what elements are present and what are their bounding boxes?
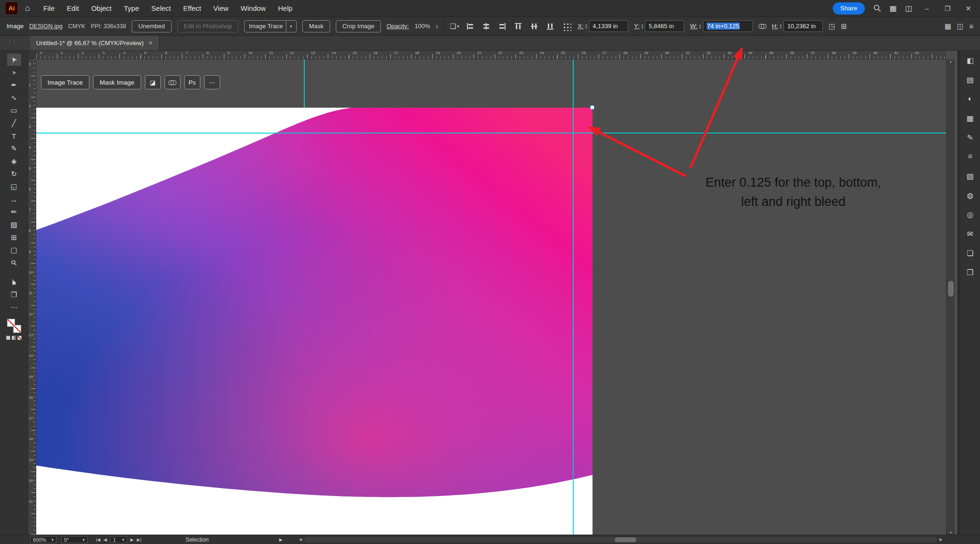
opacity-value[interactable]: 100% [415,23,430,30]
snap-options-icon[interactable]: ⊞ [841,22,847,31]
properties-panel-icon[interactable]: ◧ [963,55,977,66]
horizontal-scroll-thumb[interactable] [615,537,636,542]
edit-in-photoshop-button[interactable]: Edit In Photoshop [177,20,239,32]
workspace-switcher-icon[interactable]: ▦ [890,4,897,13]
scale-tool[interactable]: ◱ [7,181,21,193]
align-vertical-bottom-icon[interactable] [546,22,554,31]
artboard[interactable] [36,108,593,535]
pasteboard[interactable]: Image Trace Mask Image ◪ Ps ⋯ Enter 0.12… [36,59,946,535]
menu-type[interactable]: Type [124,4,139,12]
h-label[interactable]: H: [772,23,778,30]
transparency-panel-icon[interactable]: ◍ [963,189,977,201]
eraser-tool[interactable]: ◈ [7,155,21,167]
align-horizontal-center-icon[interactable] [482,23,490,30]
arrange-documents-icon[interactable]: ◫ [905,4,912,13]
line-segment-tool[interactable]: ╱ [7,117,21,129]
menu-effect[interactable]: Effect [183,4,201,12]
zoom-select[interactable]: 600% ▾ [30,536,56,543]
trace-preset-icon[interactable]: ◪ [145,75,161,89]
vertical-ruler[interactable]: 0123456789101112131415161718192021 [28,59,36,535]
color-panel-icon[interactable]: ◐ [963,93,977,104]
artboards-panel-icon[interactable]: ❐ [963,267,977,278]
none-button[interactable] [17,336,22,340]
workspace-grid-icon[interactable]: ▦ [945,22,951,31]
w-label[interactable]: W: [690,23,697,30]
chevron-down-icon[interactable]: ▾ [290,24,292,29]
x-field[interactable]: 4,1339 in [589,20,628,32]
restore-button[interactable]: ❐ [941,5,954,12]
close-button[interactable]: ✕ [962,5,974,12]
w-stepper[interactable]: ▴▾ [699,24,701,29]
direct-selection-tool[interactable]: ➤ [7,66,21,79]
align-horizontal-left-icon[interactable] [466,23,474,30]
edit-toolbar-ellipsis[interactable]: ⋯ [7,301,21,314]
paintbrush-tool[interactable]: ✎ [7,142,21,155]
photoshop-icon[interactable]: Ps [184,75,200,89]
x-label[interactable]: X: [578,23,584,30]
opacity-chevron-icon[interactable]: › [436,23,438,30]
menu-view[interactable]: View [213,4,229,12]
horizontal-scroll-track[interactable] [304,537,937,543]
mask-button[interactable]: Mask [302,20,330,32]
rectangle-tool[interactable]: ▭ [7,104,21,117]
menu-edit[interactable]: Edit [67,4,79,12]
document-layout-icon[interactable]: ◫ [957,22,964,31]
mesh-tool[interactable]: ⊞ [7,231,21,244]
next-artboard-button[interactable]: ▶ [130,537,134,542]
y-field[interactable]: 5,8465 in [645,20,684,32]
x-stepper[interactable]: ▴▾ [585,24,587,29]
pen-tool[interactable]: ✒ [7,79,21,91]
align-vertical-center-icon[interactable] [530,22,538,31]
scroll-left-icon[interactable]: ◀ [299,537,302,542]
last-artboard-button[interactable]: ▶| [137,537,141,542]
vertical-scroll-track[interactable] [947,63,955,530]
width-tool[interactable]: ↔ [7,193,21,205]
y-stepper[interactable]: ▴▾ [641,24,643,29]
link-icon[interactable] [165,75,181,89]
hand-tool[interactable]: ☛ [7,276,21,288]
menu-window[interactable]: Window [241,4,266,12]
libraries-panel-icon[interactable]: ▤ [963,74,977,85]
first-artboard-button[interactable]: |◀ [96,537,100,542]
arrange-icon[interactable]: ❏▾ [450,22,459,31]
guide-horizontal[interactable] [36,133,946,134]
gradient-panel-icon[interactable]: ▨ [963,170,977,181]
filename-link[interactable]: DESIGN.jpg [29,23,63,30]
artboard-number-select[interactable]: 1 ▾ [110,536,127,543]
y-label[interactable]: Y: [634,23,640,30]
layers-panel-icon[interactable]: ❏ [963,247,977,259]
horizontal-scrollbar[interactable]: ◀ ▶ [299,536,942,543]
swatches-panel-icon[interactable]: ▦ [963,112,977,124]
menu-object[interactable]: Object [91,4,111,12]
more-options-icon[interactable]: ⋯ [204,75,220,89]
prev-artboard-button[interactable]: ◀ [103,537,107,542]
toolbar-grip-icon[interactable]: ⋮⋮ [8,39,17,44]
document-tab[interactable]: Untitled-1* @ 66,67 % (CMYK/Preview) ✕ [30,36,159,50]
export-tool[interactable]: ❐ [7,289,21,301]
appearance-panel-icon[interactable]: ◎ [963,209,977,220]
gradient-button[interactable] [12,336,16,340]
h-field[interactable]: 10,2362 in [783,20,823,32]
share-button[interactable]: Share [833,2,865,15]
curvature-tool[interactable]: ∿ [7,92,21,104]
horizontal-ruler[interactable]: 0123456789101112131415161718192021222324… [36,51,946,59]
app-logo-icon[interactable]: Ai [6,2,17,14]
comments-panel-icon[interactable]: ✉ [963,228,977,239]
selection-anchor-handle[interactable] [590,105,594,110]
guide-vertical-short[interactable] [304,59,305,108]
scroll-up-icon[interactable]: ▴ [949,59,951,63]
ruler-origin[interactable] [28,51,36,59]
home-icon[interactable]: ⌂ [25,3,30,13]
brushes-panel-icon[interactable]: ✎ [963,132,977,143]
unembed-button[interactable]: Unembed [132,20,171,32]
align-vertical-top-icon[interactable] [514,22,522,31]
image-trace-float-button[interactable]: Image Trace [41,75,89,89]
reference-point-icon[interactable] [562,22,571,31]
menu-select[interactable]: Select [151,4,171,12]
menu-help[interactable]: Help [278,4,292,12]
type-tool[interactable]: T [7,130,21,142]
minimize-button[interactable]: – [921,5,933,12]
mask-image-button[interactable]: Mask Image [93,75,141,89]
h-stepper[interactable]: ▴▾ [780,24,782,29]
pencil-tool[interactable]: ✏ [7,206,21,218]
